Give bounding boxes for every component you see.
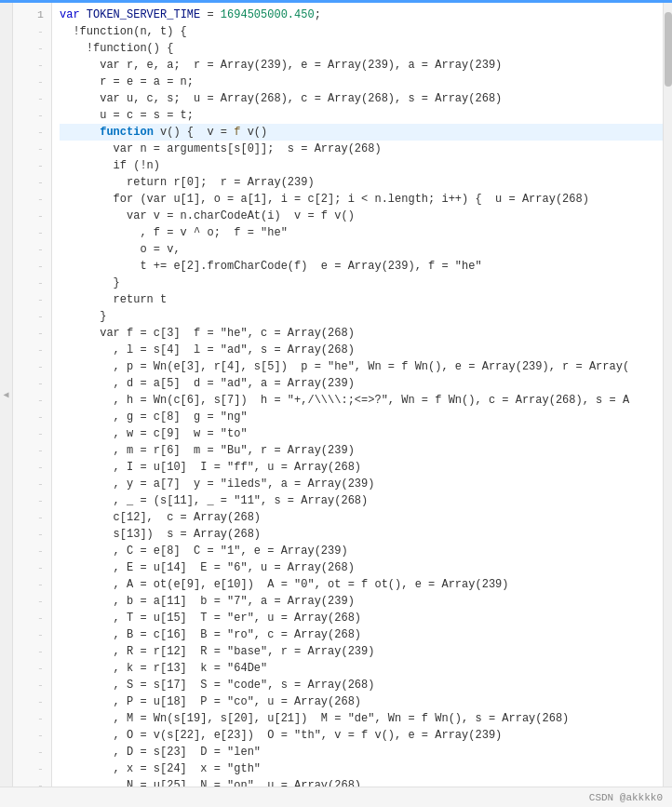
line-number: - — [13, 57, 51, 74]
line-number: - — [13, 526, 51, 543]
line-number: - — [13, 476, 51, 492]
code-line: t += e[2].fromCharCode(f) e = Array(239)… — [60, 258, 663, 275]
scrollbar-thumb[interactable] — [665, 12, 672, 87]
code-area: ◀ 1-------------------------------------… — [0, 3, 672, 787]
code-token: return t — [60, 293, 167, 306]
code-line: , d = a[5] d = "ad", a = Array(239) — [60, 375, 663, 392]
code-line: , I = u[10] I = "ff", u = Array(268) — [60, 459, 663, 476]
code-token: , M = Wn(s[19], s[20], u[21]) M = "de", … — [60, 712, 569, 725]
code-line: , C = e[8] C = "1", e = Array(239) — [60, 543, 663, 559]
code-token: var v = n.charCodeAt(i) v = f v() — [60, 209, 355, 222]
code-token: var n = arguments[s[0]]; s = Array(268) — [60, 142, 382, 155]
line-number: - — [13, 777, 51, 787]
code-line: var r, e, a; r = Array(239), e = Array(2… — [60, 57, 663, 74]
code-line: var f = c[3] f = "he", c = Array(268) — [60, 325, 663, 342]
line-number: - — [13, 693, 51, 710]
code-line: , l = s[4] l = "ad", s = Array(268) — [60, 342, 663, 358]
code-token: TOKEN_SERVER_TIME — [87, 8, 200, 21]
code-token: , l = s[4] l = "ad", s = Array(268) — [60, 343, 355, 356]
code-line: var n = arguments[s[0]]; s = Array(268) — [60, 141, 663, 157]
code-token: , f = v ^ o; f = "he" — [60, 226, 288, 239]
line-number: - — [13, 342, 51, 358]
code-token: , B = c[16] B = "ro", c = Array(268) — [60, 628, 361, 641]
line-number: - — [13, 409, 51, 425]
code-line: s[13]) s = Array(268) — [60, 526, 663, 543]
line-number: - — [13, 74, 51, 90]
code-token: , p = Wn(e[3], r[4], s[5]) p = "he", Wn … — [60, 360, 629, 373]
line-number: - — [13, 677, 51, 693]
code-token: function — [100, 126, 154, 139]
code-line: , M = Wn(s[19], s[20], u[21]) M = "de", … — [60, 710, 663, 727]
line-number: - — [13, 90, 51, 107]
code-token: , S = s[17] S = "code", s = Array(268) — [60, 679, 374, 692]
bottom-bar: CSDN @akkkk0 — [0, 787, 672, 807]
code-line: return t — [60, 291, 663, 308]
line-number: - — [13, 459, 51, 476]
code-token: = — [200, 8, 221, 21]
code-token: , N = u[25] N = "on", u = Array(268) — [60, 779, 361, 787]
editor: ◀ 1-------------------------------------… — [0, 0, 672, 807]
code-token: , w = c[9] w = "to" — [60, 427, 248, 440]
code-line: r = e = a = n; — [60, 74, 663, 90]
line-number: - — [13, 40, 51, 57]
code-token: , _ = (s[11], _ = "11", s = Array(268) — [60, 494, 368, 507]
code-token: , E = u[14] E = "6", u = Array(268) — [60, 561, 355, 574]
line-number: - — [13, 308, 51, 325]
code-line: , D = s[23] D = "len" — [60, 744, 663, 760]
code-token: , g = c[8] g = "ng" — [60, 410, 248, 424]
code-token: , y = a[7] y = "ileds", a = Array(239) — [60, 477, 374, 491]
code-token: , A = ot(e[9], e[10]) A = "0", ot = f ot… — [60, 578, 508, 591]
line-number: - — [13, 157, 51, 174]
code-line: , k = r[13] k = "64De" — [60, 660, 663, 677]
line-number: - — [13, 208, 51, 224]
code-line: , N = u[25] N = "on", u = Array(268) — [60, 777, 663, 787]
code-token: , h = Wn(c[6], s[7]) h = "+,/\\\\:;<=>?"… — [60, 394, 629, 407]
code-token: , D = s[23] D = "len" — [60, 746, 261, 759]
code-line: , S = s[17] S = "code", s = Array(268) — [60, 677, 663, 693]
code-content[interactable]: var TOKEN_SERVER_TIME = 1694505000.450; … — [52, 3, 663, 787]
code-line: !function() { — [60, 40, 663, 57]
collapse-arrow[interactable]: ◀ — [3, 389, 8, 400]
scrollbar[interactable] — [663, 3, 672, 787]
line-number: - — [13, 141, 51, 157]
code-token: v() { v = — [154, 126, 234, 139]
code-token: var r, e, a; r = Array(239), e = Array(2… — [60, 59, 502, 72]
code-token: s[13]) s = Array(268) — [60, 528, 261, 541]
line-number: - — [13, 643, 51, 660]
code-token: u = c = s = t; — [60, 109, 194, 122]
line-number: - — [13, 191, 51, 208]
line-number: - — [13, 660, 51, 677]
code-line: var TOKEN_SERVER_TIME = 1694505000.450; — [60, 7, 663, 23]
code-line: } — [60, 275, 663, 291]
code-token: 1694505000.450 — [221, 8, 315, 21]
code-token: , x = s[24] x = "gth" — [60, 762, 261, 775]
code-line: , E = u[14] E = "6", u = Array(268) — [60, 559, 663, 576]
code-line: , _ = (s[11], _ = "11", s = Array(268) — [60, 492, 663, 509]
code-line: , R = r[12] R = "base", r = Array(239) — [60, 643, 663, 660]
line-number: - — [13, 492, 51, 509]
code-line: var u, c, s; u = Array(268), c = Array(2… — [60, 90, 663, 107]
line-number: - — [13, 224, 51, 241]
code-token: if (!n) — [60, 159, 160, 172]
code-line: , O = v(s[22], e[23]) O = "th", v = f v(… — [60, 727, 663, 744]
code-token: } — [60, 310, 106, 323]
line-number: - — [13, 325, 51, 342]
line-numbers: 1---------------------------------------… — [13, 3, 52, 787]
line-number: - — [13, 610, 51, 626]
code-line: , m = r[6] m = "Bu", r = Array(239) — [60, 442, 663, 459]
line-number: - — [13, 375, 51, 392]
code-token: for (var u[1], o = a[1], i = c[2]; i < n… — [60, 193, 589, 206]
line-number: - — [13, 559, 51, 576]
code-line: return r[0]; r = Array(239) — [60, 174, 663, 191]
line-number: - — [13, 275, 51, 291]
line-number: - — [13, 258, 51, 275]
code-token: , b = a[11] b = "7", a = Array(239) — [60, 595, 355, 608]
code-token: , R = r[12] R = "base", r = Array(239) — [60, 645, 374, 658]
code-token: !function(n, t) { — [60, 25, 187, 38]
line-number: - — [13, 744, 51, 760]
code-token: , O = v(s[22], e[23]) O = "th", v = f v(… — [60, 729, 502, 742]
code-token: r = e = a = n; — [60, 75, 194, 88]
code-token: var — [60, 8, 87, 21]
code-line: , h = Wn(c[6], s[7]) h = "+,/\\\\:;<=>?"… — [60, 392, 663, 409]
line-number: - — [13, 107, 51, 124]
